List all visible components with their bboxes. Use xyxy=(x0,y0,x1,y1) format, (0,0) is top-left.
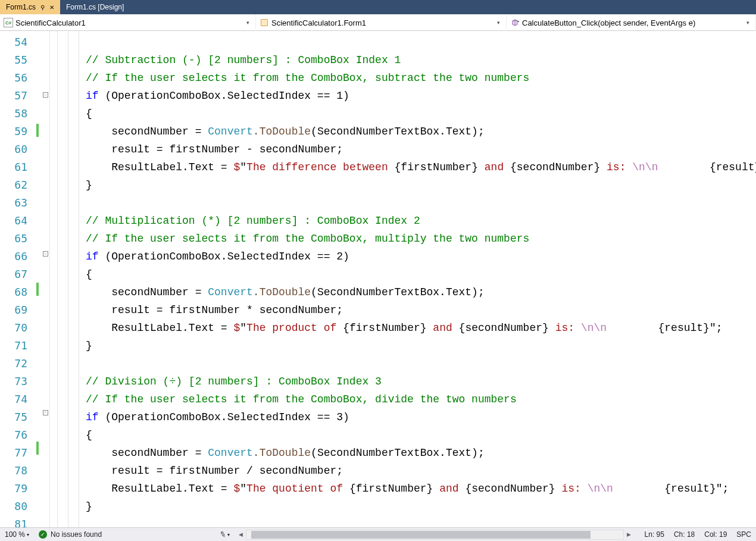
document-tabstrip: Form1.cs ⚲ ✕ Form1.cs [Design] xyxy=(0,0,756,14)
tab-label: Form1.cs xyxy=(6,3,36,11)
change-marks-gutter xyxy=(33,31,42,527)
csharp-icon: C# xyxy=(4,18,13,27)
code-line[interactable]: secondNumber = Convert.ToDouble(SecondNu… xyxy=(86,283,756,301)
cursor-line: Ln: 95 xyxy=(640,528,669,542)
code-editor[interactable]: 5455565758596061626364656667686970717273… xyxy=(0,31,756,527)
code-line[interactable]: // Multiplication (*) [2 numbers] : Comb… xyxy=(86,212,756,230)
code-line[interactable]: { xyxy=(86,426,756,444)
scroll-right-icon[interactable]: ▶ xyxy=(624,530,634,540)
chevron-down-icon: ▾ xyxy=(744,20,752,26)
issues-status[interactable]: ✓ No issues found xyxy=(34,528,107,542)
code-line[interactable]: } xyxy=(86,337,756,355)
chevron-down-icon: ▾ xyxy=(495,20,502,26)
code-line[interactable]: // If the user selects it from the Combo… xyxy=(86,69,756,87)
tab-form1-design[interactable]: Form1.cs [Design] xyxy=(60,0,130,14)
chevron-down-icon: ▾ xyxy=(227,532,230,537)
chevron-down-icon: ▾ xyxy=(244,20,252,26)
nav-member-label: CalculateButton_Click(object sender, Eve… xyxy=(522,18,744,27)
code-line[interactable]: ResultLabel.Text = $"The difference betw… xyxy=(86,158,756,176)
check-icon: ✓ xyxy=(39,530,47,539)
code-line[interactable]: { xyxy=(86,265,756,283)
code-line[interactable] xyxy=(86,355,756,373)
nav-class-dropdown[interactable]: ScientificCalculator1.Form1 ▾ xyxy=(256,14,507,31)
indent-guides xyxy=(50,31,86,527)
cursor-col: Col: 19 xyxy=(699,528,732,542)
code-line[interactable]: secondNumber = Convert.ToDouble(SecondNu… xyxy=(86,444,756,462)
code-line[interactable]: ResultLabel.Text = $"The quotient of {fi… xyxy=(86,480,756,498)
scroll-left-icon[interactable]: ◀ xyxy=(236,530,246,540)
class-icon xyxy=(260,18,269,27)
brush-icon[interactable]: ✎ xyxy=(218,529,227,539)
fold-toggle[interactable]: − xyxy=(43,92,48,98)
code-line[interactable]: { xyxy=(86,105,756,123)
code-area[interactable]: // Subtraction (-) [2 numbers] : ComboBo… xyxy=(86,31,756,527)
code-line[interactable]: // If the user selects it from the Combo… xyxy=(86,230,756,248)
code-line[interactable] xyxy=(86,194,756,212)
nav-member-dropdown[interactable]: CalculateButton_Click(object sender, Eve… xyxy=(507,14,756,31)
scroll-thumb[interactable] xyxy=(251,531,591,539)
indent-mode[interactable]: SPC xyxy=(732,528,756,542)
cursor-char: Ch: 18 xyxy=(669,528,699,542)
code-line[interactable] xyxy=(86,515,756,527)
fold-toggle[interactable]: − xyxy=(43,251,48,257)
code-line[interactable]: ResultLabel.Text = $"The product of {fir… xyxy=(86,319,756,337)
code-line[interactable]: result = firstNumber - secondNumber; xyxy=(86,140,756,158)
chevron-down-icon: ▾ xyxy=(27,532,29,537)
navigation-bar: C# ScientificCalculator1 ▾ ScientificCal… xyxy=(0,14,756,31)
code-line[interactable]: if (OperationComboBox.SelectedIndex == 1… xyxy=(86,87,756,105)
code-line[interactable]: // Division (÷) [2 numbers] : ComboBox I… xyxy=(86,373,756,390)
pin-icon[interactable]: ⚲ xyxy=(40,4,45,11)
tab-label: Form1.cs [Design] xyxy=(66,3,124,11)
code-line[interactable]: secondNumber = Convert.ToDouble(SecondNu… xyxy=(86,123,756,140)
code-line[interactable]: } xyxy=(86,498,756,515)
nav-class-label: ScientificCalculator1.Form1 xyxy=(271,18,495,27)
code-line[interactable]: if (OperationComboBox.SelectedIndex == 2… xyxy=(86,248,756,265)
code-line[interactable]: result = firstNumber * secondNumber; xyxy=(86,301,756,319)
horizontal-scrollbar[interactable]: ◀ ▶ xyxy=(236,530,633,540)
fold-gutter: −−− xyxy=(42,31,50,527)
close-icon[interactable]: ✕ xyxy=(49,4,54,11)
nav-project-label: ScientificCalculator1 xyxy=(15,18,244,27)
code-line[interactable]: // Subtraction (-) [2 numbers] : ComboBo… xyxy=(86,51,756,69)
zoom-level[interactable]: 100 %▾ xyxy=(0,528,34,542)
code-line[interactable]: // If the user selects it from the Combo… xyxy=(86,390,756,408)
code-line[interactable]: if (OperationComboBox.SelectedIndex == 3… xyxy=(86,408,756,426)
nav-project-dropdown[interactable]: C# ScientificCalculator1 ▾ xyxy=(0,14,256,31)
code-line[interactable] xyxy=(86,33,756,51)
method-icon xyxy=(510,18,520,27)
code-line[interactable]: result = firstNumber / secondNumber; xyxy=(86,462,756,480)
status-bar: 100 %▾ ✓ No issues found ✎ ▾ ◀ ▶ Ln: 95 … xyxy=(0,527,756,541)
fold-toggle[interactable]: − xyxy=(43,410,48,415)
code-line[interactable]: } xyxy=(86,176,756,194)
tab-form1-cs[interactable]: Form1.cs ⚲ ✕ xyxy=(0,0,60,14)
line-number-gutter: 5455565758596061626364656667686970717273… xyxy=(0,31,33,527)
svg-point-0 xyxy=(518,21,519,22)
